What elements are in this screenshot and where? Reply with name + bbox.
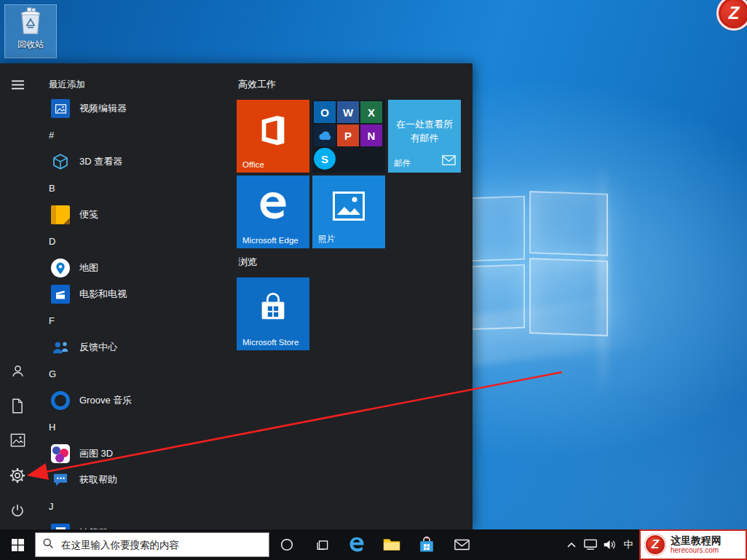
app-item-label: 反馈中心	[79, 341, 117, 354]
tile-microsoft-edge[interactable]: Microsoft Edge	[237, 176, 309, 248]
tray-show-hidden-icons-chevron[interactable]	[562, 529, 581, 560]
recycle-bin-icon[interactable]: 回收站	[4, 4, 57, 58]
app-item-get-help[interactable]: 获取帮助	[35, 467, 233, 493]
task-view-button[interactable]	[304, 529, 339, 560]
watermark-logo: Z	[644, 534, 666, 556]
tile-label: 邮件	[394, 158, 411, 169]
start-menu: 最近添加视频编辑器#3D 查看器B便笺D地图电影和电视F反馈中心GGroove …	[0, 63, 473, 529]
tile-office-folder[interactable]: OWXPNS	[312, 100, 385, 173]
feedback-hub-icon	[51, 338, 70, 357]
recycle-bin-label: 回收站	[17, 40, 44, 49]
tray-network-icon[interactable]	[581, 529, 600, 560]
app-list-letter-header[interactable]: F	[35, 307, 233, 334]
tray-volume-icon[interactable]	[600, 529, 619, 560]
app-list-letter-header[interactable]: #	[35, 122, 233, 149]
wallpaper-window-pane	[468, 264, 525, 331]
watermark-logo-letter: Z	[729, 3, 740, 23]
rail-menu-button[interactable]	[0, 69, 35, 103]
tile-label: Microsoft Store	[242, 338, 299, 347]
start-menu-tile-area: 高效工作 Office OWXPNS 在一处查看所有邮件 邮件	[237, 63, 471, 529]
picture-icon	[10, 433, 25, 449]
app-item-calculator[interactable]: 计算器	[35, 520, 233, 529]
office-folder-grid: OWXPNS	[314, 101, 384, 171]
app-item-feedback-hub[interactable]: 反馈中心	[35, 334, 233, 360]
file-explorer-taskbar-icon[interactable]	[374, 529, 409, 560]
calculator-icon	[51, 524, 70, 529]
recycle-bin-image	[15, 5, 47, 40]
tile-group-title-browse: 浏览	[238, 256, 257, 269]
taskbar-search-box[interactable]	[35, 532, 269, 557]
app-item-label: 画图 3D	[79, 447, 113, 460]
gear-icon	[9, 468, 25, 486]
taskbar: 中	[0, 529, 747, 560]
app-list-letter-header[interactable]: D	[35, 228, 233, 255]
start-button[interactable]	[0, 529, 35, 560]
rail-power-button[interactable]	[0, 494, 35, 528]
start-menu-app-list: 最近添加视频编辑器#3D 查看器B便笺D地图电影和电视F反馈中心GGroove …	[35, 63, 233, 529]
tile-microsoft-store[interactable]: Microsoft Store	[237, 277, 309, 350]
rail-documents-button[interactable]	[0, 390, 35, 424]
rail-user-button[interactable]	[0, 355, 35, 389]
store-taskbar-icon[interactable]	[409, 529, 444, 560]
edge-taskbar-icon[interactable]	[339, 529, 374, 560]
app-list-letter-header[interactable]: H	[35, 414, 233, 441]
onenote-mini-tile[interactable]: N	[360, 125, 382, 146]
tile-label: Office	[242, 160, 264, 169]
app-list-section-header: 最近添加	[35, 74, 233, 95]
tile-label: Microsoft Edge	[242, 236, 299, 245]
app-item-sticky-notes[interactable]: 便笺	[35, 202, 233, 228]
mail-tile-headline: 在一处查看所有邮件	[394, 118, 455, 146]
app-item-label: Groove 音乐	[79, 394, 132, 407]
wallpaper-window-pane	[529, 258, 608, 336]
cortana-button[interactable]	[269, 529, 304, 560]
app-item-movies-tv[interactable]: 电影和电视	[35, 281, 233, 307]
start-menu-rail	[0, 63, 35, 529]
rail-settings-button[interactable]	[0, 460, 35, 493]
powerpoint-mini-tile[interactable]: P	[337, 125, 359, 146]
search-input[interactable]	[60, 539, 262, 551]
screen: 回收站 Z 最近添加视频编辑器#3D 查看器B便笺D地图电影和电视F反馈中心GG…	[0, 0, 747, 560]
rail-pictures-button[interactable]	[0, 425, 35, 458]
user-icon	[10, 363, 25, 381]
app-list-letter-header[interactable]: B	[35, 175, 233, 202]
get-help-icon	[51, 470, 70, 489]
app-list-letter-header[interactable]: J	[35, 493, 233, 520]
paint-3d-icon	[51, 444, 70, 463]
word-mini-tile[interactable]: W	[337, 101, 359, 123]
tile-office[interactable]: Office	[237, 100, 309, 173]
tile-label: 照片	[318, 234, 335, 245]
app-item-viewer-3d[interactable]: 3D 查看器	[35, 149, 233, 175]
onedrive-mini-tile[interactable]	[314, 125, 336, 146]
viewer-3d-icon	[51, 152, 70, 171]
app-item-label: 便笺	[79, 208, 98, 221]
outlook-mini-tile[interactable]: O	[314, 101, 336, 123]
watermark-badge: Z 这里教程网 herecours.com	[639, 529, 747, 560]
tile-mail[interactable]: 在一处查看所有邮件 邮件	[388, 100, 461, 173]
app-item-groove-music[interactable]: Groove 音乐	[35, 387, 233, 414]
app-item-label: 3D 查看器	[79, 155, 122, 168]
hamburger-icon	[11, 79, 25, 92]
app-list-letter-header[interactable]: G	[35, 360, 233, 387]
app-item-maps[interactable]: 地图	[35, 255, 233, 281]
tray-ime-indicator[interactable]: 中	[619, 529, 638, 560]
groove-music-icon	[51, 391, 70, 410]
tile-group-title-productivity: 高效工作	[238, 78, 276, 91]
mail-taskbar-icon[interactable]	[444, 529, 479, 560]
tile-photos[interactable]: 照片	[312, 176, 385, 248]
excel-mini-tile[interactable]: X	[360, 101, 382, 123]
app-item-paint-3d[interactable]: 画图 3D	[35, 441, 233, 467]
app-item-label: 视频编辑器	[79, 102, 127, 115]
app-item-label: 地图	[79, 261, 98, 275]
video-editor-icon	[51, 99, 70, 118]
watermark-logo-letter: Z	[652, 537, 659, 552]
watermark-title: 这里教程网	[671, 535, 722, 546]
skype-mini-tile[interactable]: S	[314, 148, 336, 170]
app-item-video-editor[interactable]: 视频编辑器	[35, 95, 233, 122]
watermark-url: herecours.com	[671, 546, 722, 555]
wallpaper-window-pane	[529, 191, 608, 256]
mail-envelope-icon	[442, 155, 456, 168]
power-icon	[10, 503, 25, 520]
app-item-label: 电影和电视	[79, 288, 127, 301]
maps-icon	[51, 259, 70, 277]
movies-tv-icon	[51, 285, 70, 304]
